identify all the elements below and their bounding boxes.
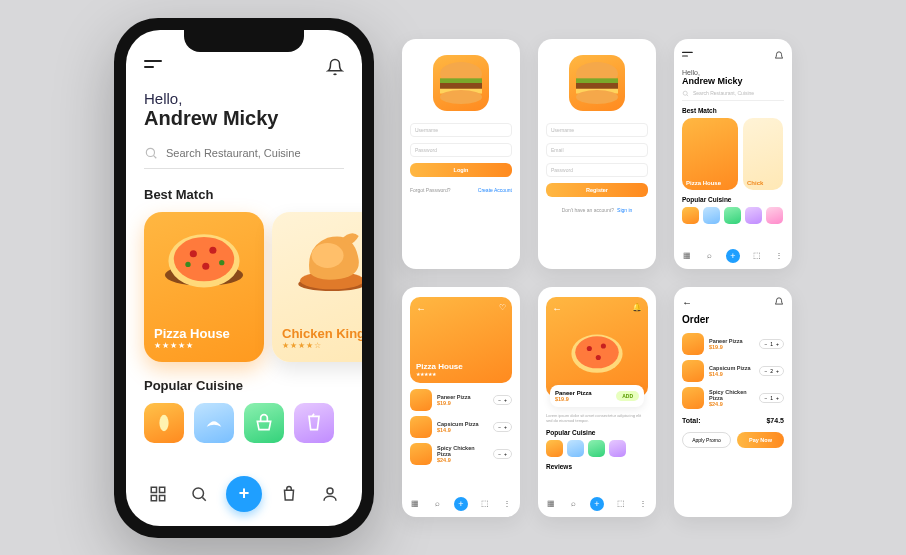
cuisine-chip[interactable] xyxy=(724,207,741,224)
cuisine-chip-basket[interactable] xyxy=(244,403,284,443)
search-icon xyxy=(144,146,158,160)
quantity-stepper[interactable]: −1+ xyxy=(759,339,784,349)
rating-stars: ★★★★★ xyxy=(416,371,463,377)
nav-add-button[interactable]: + xyxy=(454,497,468,511)
nav-profile-icon[interactable]: ⋮ xyxy=(502,499,512,509)
nav-grid-icon[interactable]: ▦ xyxy=(410,499,420,509)
nav-grid-icon[interactable] xyxy=(144,480,172,508)
quantity-stepper[interactable]: −1+ xyxy=(759,393,784,403)
card-title: Pizza House xyxy=(686,180,734,186)
cuisine-chip-corn[interactable] xyxy=(144,403,184,443)
username-field[interactable]: Username xyxy=(410,123,512,137)
add-button[interactable]: ADD xyxy=(616,391,639,401)
login-button[interactable]: Login xyxy=(410,163,512,177)
restaurant-title: Pizza House xyxy=(416,362,463,371)
nav-bag-icon[interactable] xyxy=(275,480,303,508)
nav-bag-icon[interactable]: ⬚ xyxy=(752,251,762,261)
notification-icon[interactable] xyxy=(326,58,344,76)
item-price: $14.9 xyxy=(437,427,488,433)
svg-line-1 xyxy=(154,155,157,158)
pizza-house-card[interactable]: Pizza House xyxy=(682,118,738,190)
cuisine-chip[interactable] xyxy=(609,440,626,457)
bottom-nav: ▦ ⌕ + ⬚ ⋮ xyxy=(682,249,784,263)
username-field[interactable]: Username xyxy=(546,123,648,137)
nav-profile-icon[interactable] xyxy=(316,480,344,508)
svg-rect-14 xyxy=(151,487,156,492)
search-bar[interactable] xyxy=(144,142,344,169)
menu-item[interactable]: Paneer Pizza$19.9 −+ xyxy=(410,389,512,411)
pizza-icon xyxy=(410,416,432,438)
nav-profile-icon[interactable]: ⋮ xyxy=(638,499,648,509)
password-field[interactable]: Password xyxy=(546,163,648,177)
nav-search-icon[interactable] xyxy=(185,480,213,508)
nav-search-icon[interactable]: ⌕ xyxy=(432,499,442,509)
pizza-house-card[interactable]: Pizza House ★★★★★ xyxy=(144,212,264,362)
search-input[interactable] xyxy=(166,147,344,159)
notification-icon[interactable]: 🔔 xyxy=(632,303,642,312)
create-account-link[interactable]: Create Account xyxy=(478,187,512,193)
signin-link[interactable]: Sign in xyxy=(617,207,632,213)
item-description: Lorem ipsum dolor sit amet consectetur a… xyxy=(546,413,648,424)
nav-add-button[interactable]: + xyxy=(226,476,262,512)
total-value: $74.5 xyxy=(766,417,784,424)
best-match-label: Best Match xyxy=(144,187,344,202)
email-field[interactable]: Email xyxy=(546,143,648,157)
rating-stars: ★★★★☆ xyxy=(282,341,362,350)
nav-search-icon[interactable]: ⌕ xyxy=(568,499,578,509)
pizza-icon xyxy=(410,443,432,465)
cuisine-chip[interactable] xyxy=(682,207,699,224)
quantity-stepper[interactable]: −+ xyxy=(493,395,512,405)
order-item: Spicy Chicken Pizza$24.9 −1+ xyxy=(682,387,784,409)
notification-icon[interactable]: ♡ xyxy=(499,303,506,312)
phone-notch xyxy=(184,30,304,52)
nav-search-icon[interactable]: ⌕ xyxy=(704,251,714,261)
menu-icon[interactable] xyxy=(144,60,164,74)
svg-point-13 xyxy=(159,414,168,431)
apply-promo-button[interactable]: Apply Promo xyxy=(682,432,731,448)
order-title: Order xyxy=(682,314,784,325)
nav-bag-icon[interactable]: ⬚ xyxy=(480,499,490,509)
reviews-label: Reviews xyxy=(546,463,648,470)
chicken-king-card[interactable]: Chick xyxy=(743,118,783,190)
forgot-password-link[interactable]: Forgot Password? xyxy=(410,187,451,193)
back-icon[interactable]: ← xyxy=(552,303,562,314)
register-button[interactable]: Register xyxy=(546,183,648,197)
svg-point-5 xyxy=(190,250,197,257)
menu-item[interactable]: Capsicum Pizza$14.9 −+ xyxy=(410,416,512,438)
menu-item[interactable]: Spicy Chicken Pizza$24.9 −+ xyxy=(410,443,512,465)
popular-cuisine-label: Popular Cuisine xyxy=(546,429,648,436)
cuisine-chip-croissant[interactable] xyxy=(194,403,234,443)
quantity-stepper[interactable]: −+ xyxy=(493,422,512,432)
item-price: $24.9 xyxy=(437,457,488,463)
search-placeholder: Search Restaurant, Cuisine xyxy=(693,90,754,97)
quantity-stepper[interactable]: −2+ xyxy=(759,366,784,376)
nav-grid-icon[interactable]: ▦ xyxy=(682,251,692,261)
notification-icon[interactable] xyxy=(774,51,784,61)
nav-profile-icon[interactable]: ⋮ xyxy=(774,251,784,261)
pay-now-button[interactable]: Pay Now xyxy=(737,432,784,448)
search-bar[interactable]: Search Restaurant, Cuisine xyxy=(682,90,784,101)
cuisine-chip[interactable] xyxy=(588,440,605,457)
nav-add-button[interactable]: + xyxy=(726,249,740,263)
order-item: Capsicum Pizza$14.9 −2+ xyxy=(682,360,784,382)
nav-add-button[interactable]: + xyxy=(590,497,604,511)
svg-point-12 xyxy=(312,243,344,268)
pizza-icon xyxy=(159,220,249,300)
svg-point-0 xyxy=(146,148,154,156)
item-name: Capsicum Pizza xyxy=(709,365,754,371)
nav-bag-icon[interactable]: ⬚ xyxy=(616,499,626,509)
quantity-stepper[interactable]: −+ xyxy=(493,449,512,459)
password-field[interactable]: Password xyxy=(410,143,512,157)
chicken-king-card[interactable]: Chicken King ★★★★☆ xyxy=(272,212,362,362)
menu-icon[interactable] xyxy=(682,51,694,59)
cuisine-chip-drink[interactable] xyxy=(294,403,334,443)
back-icon[interactable]: ← xyxy=(682,297,692,308)
cuisine-chip[interactable] xyxy=(546,440,563,457)
cuisine-chip[interactable] xyxy=(703,207,720,224)
cuisine-chip[interactable] xyxy=(745,207,762,224)
nav-grid-icon[interactable]: ▦ xyxy=(546,499,556,509)
back-icon[interactable]: ← xyxy=(416,303,426,314)
cuisine-chip[interactable] xyxy=(766,207,783,224)
notification-icon[interactable] xyxy=(774,297,784,307)
cuisine-chip[interactable] xyxy=(567,440,584,457)
